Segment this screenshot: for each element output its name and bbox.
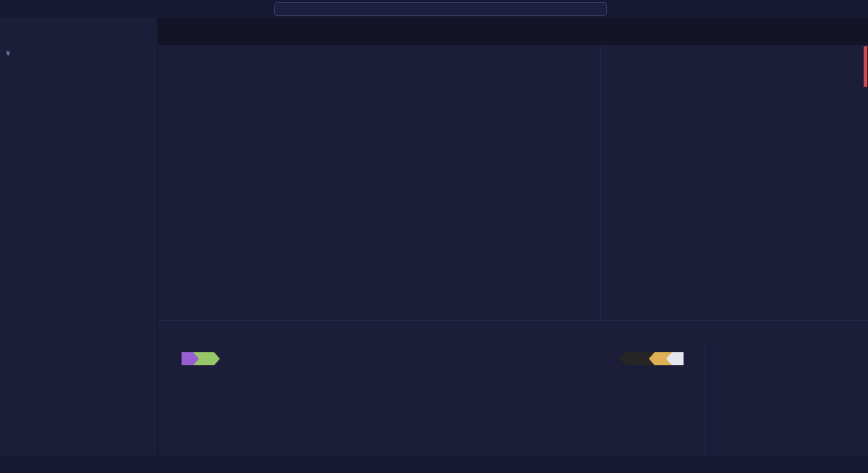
vscode-window: ∨ bbox=[0, 0, 868, 473]
command-center-search[interactable] bbox=[274, 2, 607, 16]
column-ruler bbox=[600, 45, 601, 320]
chevron-down-icon: ∨ bbox=[6, 49, 11, 56]
bottom-panel bbox=[158, 320, 868, 456]
code-editor[interactable] bbox=[158, 45, 868, 320]
title-bar bbox=[0, 0, 868, 17]
terminal-prompt bbox=[172, 352, 704, 365]
powerline-arrow bbox=[193, 352, 199, 365]
prompt-git-segment bbox=[199, 352, 214, 365]
sidebar: ∨ bbox=[0, 17, 158, 456]
editor-actions bbox=[856, 17, 868, 45]
activity-bar bbox=[0, 17, 157, 45]
workbench: ∨ bbox=[0, 17, 868, 456]
terminal-list bbox=[704, 343, 868, 456]
explorer-header[interactable]: ∨ bbox=[0, 45, 157, 61]
panel-header bbox=[158, 321, 868, 343]
terminal[interactable] bbox=[158, 343, 704, 456]
prompt-ram-segment bbox=[655, 352, 666, 365]
tab-bar bbox=[158, 17, 868, 45]
terminal-hint bbox=[172, 365, 704, 375]
editor-area bbox=[158, 17, 868, 456]
prompt-time-segment bbox=[672, 352, 684, 365]
status-bar bbox=[0, 456, 868, 473]
powerline-arrow bbox=[214, 352, 220, 365]
powerline-arrow bbox=[619, 352, 625, 365]
prompt-status-segment bbox=[625, 352, 649, 365]
prompt-path bbox=[182, 352, 193, 365]
powerline-arrow bbox=[649, 352, 655, 365]
panel-body bbox=[158, 343, 868, 456]
overview-ruler-modified-marker bbox=[864, 46, 867, 87]
powerline-arrow bbox=[666, 352, 672, 365]
